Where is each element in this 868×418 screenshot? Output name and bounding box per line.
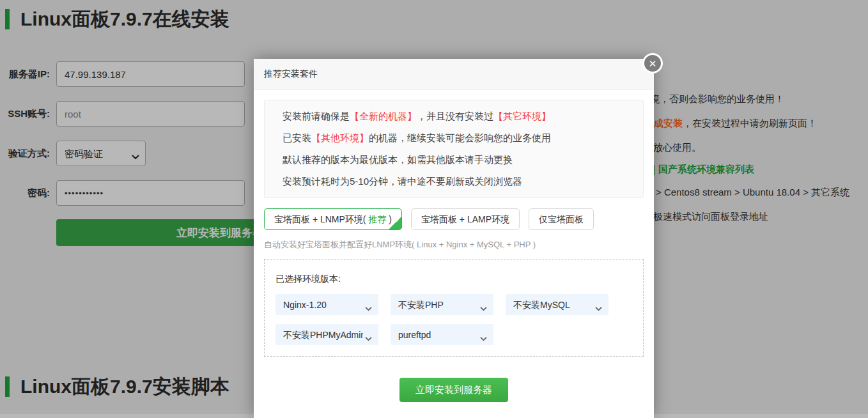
install-to-server-button-modal[interactable]: 立即安装到服务器 [399, 378, 508, 402]
warn-red-text: 【其他环境】 [311, 132, 369, 143]
warning-line-3: 默认推荐的版本为最优版本，如需其他版本请手动更换 [283, 149, 625, 171]
tab-label: 宝塔面板 + LNMP环境( [274, 214, 368, 224]
warn-text: 已安装 [283, 132, 311, 143]
warning-line-4: 安装预计耗时为5-10分钟，请中途不要刷新或关闭浏览器 [283, 171, 625, 192]
screen: Linux面板7.9.7在线安装 服务器IP: SSH账号: 验证方式: 密码验… [0, 0, 868, 418]
env-versions-box: 已选择环境版本: Nginx-1.20 不安装PHP 不安装MySQL [264, 259, 644, 357]
tab-panel-only[interactable]: 仅宝塔面板 [529, 208, 594, 230]
php-select[interactable]: 不安装PHP [391, 294, 493, 315]
php-select-wrap: 不安装PHP [391, 294, 493, 315]
warn-text: 安装前请确保是 [283, 111, 350, 121]
ftp-select-wrap: pureftpd [391, 324, 493, 345]
phpmyadmin-select-wrap: 不安装PHPMyAdmin [275, 324, 378, 345]
mysql-select-wrap: 不安装MySQL [506, 294, 608, 315]
warning-box: 安装前请确保是【全新的机器】，并且没有安装过【其它环境】 已安装【其他环境】的机… [264, 100, 644, 198]
env-versions-label: 已选择环境版本: [275, 274, 632, 285]
env-select-row-2: 不安装PHPMyAdmin pureftpd [275, 324, 632, 345]
check-icon: ✓ [395, 210, 401, 230]
suite-description: 自动安装好宝塔面板并配置好LNMP环境( Linux + Nginx + MyS… [264, 239, 644, 251]
mysql-select[interactable]: 不安装MySQL [506, 294, 608, 315]
recommended-suite-modal: ✕ 推荐安装套件 安装前请确保是【全新的机器】，并且没有安装过【其它环境】 已安… [254, 59, 654, 418]
close-icon[interactable]: ✕ [642, 53, 663, 74]
ftp-select[interactable]: pureftpd [391, 324, 493, 345]
warn-text: 的机器，继续安装可能会影响您的业务使用 [369, 132, 551, 143]
tab-lnmp-suite[interactable]: 宝塔面板 + LNMP环境( 推荐 ) ✓ [264, 208, 402, 230]
suite-tabs: 宝塔面板 + LNMP环境( 推荐 ) ✓ 宝塔面板 + LAMP环境 仅宝塔面… [264, 208, 644, 230]
webserver-select[interactable]: Nginx-1.20 [275, 294, 378, 315]
warn-text: ，并且没有安装过 [417, 111, 493, 121]
modal-body: 安装前请确保是【全新的机器】，并且没有安装过【其它环境】 已安装【其他环境】的机… [254, 100, 654, 402]
tab-recommend-label: 推荐 [368, 214, 386, 224]
webserver-select-wrap: Nginx-1.20 [275, 294, 378, 315]
warn-red-text: 【其它环境】 [493, 111, 551, 121]
warning-line-1: 安装前请确保是【全新的机器】，并且没有安装过【其它环境】 [283, 105, 625, 127]
warning-line-2: 已安装【其他环境】的机器，继续安装可能会影响您的业务使用 [283, 127, 625, 149]
modal-title: 推荐安装套件 [254, 59, 654, 89]
env-select-row-1: Nginx-1.20 不安装PHP 不安装MySQL [275, 294, 632, 315]
warn-red-text: 【全新的机器】 [350, 111, 417, 121]
phpmyadmin-select[interactable]: 不安装PHPMyAdmin [275, 324, 378, 345]
tab-lamp-suite[interactable]: 宝塔面板 + LAMP环境 [411, 208, 520, 230]
